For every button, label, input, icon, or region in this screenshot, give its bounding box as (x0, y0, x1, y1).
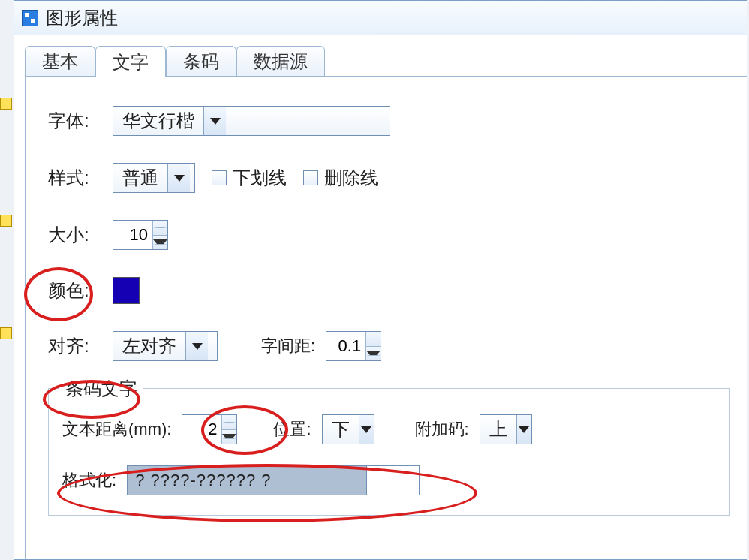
align-combo-value: 左对齐 (113, 332, 185, 360)
color-label: 颜色: (48, 278, 102, 303)
strikethrough-checkbox[interactable]: 删除线 (303, 166, 378, 190)
tab-barcode[interactable]: 条码 (166, 46, 236, 76)
canvas-handle[interactable] (0, 327, 12, 339)
text-distance-spinner[interactable] (182, 414, 237, 444)
checkbox-box (212, 170, 227, 185)
size-spinner[interactable] (113, 220, 168, 250)
position-label: 位置: (273, 418, 311, 441)
align-label: 对齐: (48, 334, 102, 358)
text-distance-input[interactable] (182, 415, 221, 444)
chevron-down-icon[interactable] (167, 164, 190, 192)
format-mask-value: ? ????-?????? ? (127, 465, 367, 495)
style-label: 样式: (48, 166, 102, 190)
spinner-down-icon[interactable] (366, 347, 381, 361)
chevron-down-icon[interactable] (359, 415, 374, 444)
window-title: 图形属性 (46, 6, 118, 30)
tab-label: 数据源 (254, 50, 308, 74)
align-combo[interactable]: 左对齐 (113, 331, 218, 361)
font-combo-value: 华文行楷 (113, 107, 203, 135)
font-label: 字体: (48, 109, 102, 133)
addon-code-combo[interactable]: 上 (480, 414, 532, 444)
barcode-text-group: 条码文字 文本距离(mm): 位置: 下 附加码: (48, 388, 730, 516)
size-input[interactable] (113, 221, 152, 249)
tab-datasource[interactable]: 数据源 (236, 46, 325, 76)
char-spacing-input[interactable] (326, 332, 365, 360)
tab-basic[interactable]: 基本 (25, 46, 95, 76)
spinner-down-icon[interactable] (222, 430, 236, 444)
canvas-handle[interactable] (0, 98, 12, 110)
color-swatch[interactable] (113, 277, 140, 304)
spinner-down-icon[interactable] (153, 236, 167, 250)
format-tail[interactable] (367, 465, 420, 495)
underline-checkbox-label: 下划线 (233, 166, 287, 190)
tab-label: 条码 (183, 50, 219, 74)
strikethrough-checkbox-label: 删除线 (324, 166, 378, 190)
format-label: 格式化: (62, 469, 116, 492)
position-combo-value: 下 (323, 415, 359, 444)
char-spacing-label: 字间距: (261, 335, 315, 357)
chevron-down-icon[interactable] (516, 415, 531, 444)
style-combo[interactable]: 普通 (113, 163, 195, 193)
tab-label: 基本 (42, 50, 78, 74)
spinner-up-icon[interactable] (222, 415, 236, 430)
app-icon (22, 10, 38, 26)
spinner-up-icon[interactable] (153, 221, 167, 236)
titlebar[interactable]: 图形属性 (14, 1, 747, 35)
chevron-down-icon[interactable] (185, 332, 208, 360)
format-input[interactable]: ? ????-?????? ? (127, 465, 420, 495)
tab-label: 文字 (113, 50, 149, 74)
spinner-up-icon[interactable] (366, 332, 381, 347)
char-spacing-spinner[interactable] (326, 331, 381, 361)
tab-text[interactable]: 文字 (95, 46, 166, 77)
addon-code-label: 附加码: (415, 418, 469, 441)
properties-window: 图形属性 基本 文字 条码 数据源 字体: 华文行楷 样式: 普通 下划线 (14, 0, 747, 560)
position-combo[interactable]: 下 (322, 414, 374, 444)
tab-strip: 基本 文字 条码 数据源 (25, 46, 747, 76)
text-distance-label: 文本距离(mm): (62, 418, 171, 441)
font-combo[interactable]: 华文行楷 (113, 106, 390, 136)
group-legend: 条码文字 (59, 377, 143, 401)
style-combo-value: 普通 (113, 164, 167, 192)
text-tab-panel: 字体: 华文行楷 样式: 普通 下划线 删除线 大小: (25, 76, 745, 559)
underline-checkbox[interactable]: 下划线 (212, 166, 287, 190)
addon-code-combo-value: 上 (480, 415, 516, 444)
canvas-handle[interactable] (0, 215, 12, 227)
checkbox-box (303, 170, 318, 185)
chevron-down-icon[interactable] (203, 107, 226, 135)
size-label: 大小: (48, 223, 102, 247)
